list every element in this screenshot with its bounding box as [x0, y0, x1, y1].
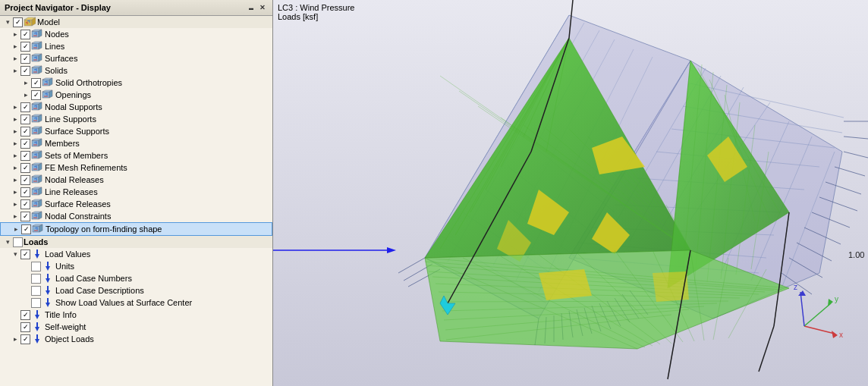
checkbox-solid-ortho[interactable] [31, 78, 41, 88]
checkbox-nodal-releases[interactable] [20, 175, 30, 185]
expand-sets-members[interactable]: ▸ [11, 151, 20, 160]
icon-surface-releases [31, 199, 43, 209]
tree-item-surface-releases[interactable]: ▸ Surface Releases [0, 198, 272, 210]
tree-item-nodes[interactable]: ▸ Nodes [0, 28, 272, 40]
checkbox-units[interactable] [31, 262, 41, 271]
viewport-3d[interactable]: LC3 : Wind Pressure Loads [ksf] [273, 0, 868, 386]
expand-nodal-releases[interactable]: ▸ [11, 175, 20, 184]
tree-item-nodal-constraints[interactable]: ▸ Nodal Constraints [0, 210, 272, 222]
label-model: Model [37, 17, 60, 27]
tree-item-line-releases[interactable]: ▸ Line Releases [0, 186, 272, 198]
svg-marker-74 [46, 266, 50, 271]
label-title-info: Title Info [45, 310, 77, 319]
expand-topology[interactable]: ▸ [11, 224, 20, 234]
expand-surface-releases[interactable]: ▸ [11, 199, 20, 209]
checkbox-lines[interactable] [20, 42, 30, 52]
expand-object-loads[interactable]: ▸ [11, 334, 20, 344]
checkbox-loads[interactable] [13, 237, 23, 247]
icon-solid-ortho [42, 77, 54, 88]
icon-openings [42, 89, 54, 100]
checkbox-show-load-values[interactable] [31, 298, 41, 308]
checkbox-nodal-constraints[interactable] [20, 212, 30, 221]
tree-item-surfaces[interactable]: ▸ Surfaces [0, 52, 272, 64]
expand-surface-supports[interactable]: ▸ [11, 127, 20, 136]
tree-item-line-supports[interactable]: ▸ Line Supports [0, 113, 272, 125]
checkbox-topology[interactable] [21, 224, 31, 234]
tree-item-load-case-numbers[interactable]: ▸ Load Case Numbers [0, 272, 272, 284]
checkbox-line-releases[interactable] [20, 187, 30, 197]
checkbox-fe-mesh[interactable] [20, 163, 30, 173]
checkbox-self-weight[interactable] [20, 322, 30, 332]
checkbox-object-loads[interactable] [20, 334, 30, 344]
expand-nodes[interactable]: ▸ [11, 30, 20, 39]
svg-marker-49 [39, 163, 42, 171]
checkbox-openings[interactable] [31, 90, 41, 100]
tree-item-solid-ortho[interactable]: ▸ Solid Orthotropies [0, 77, 272, 89]
expand-nodal-supports[interactable]: ▸ [11, 102, 20, 111]
expand-lines[interactable]: ▸ [11, 42, 20, 51]
expand-surfaces[interactable]: ▸ [11, 54, 20, 63]
expand-openings[interactable]: ▸ [21, 90, 30, 99]
checkbox-load-case-desc[interactable] [31, 286, 41, 296]
close-panel-button[interactable]: ✕ [257, 2, 268, 13]
icon-model [24, 17, 36, 27]
tree-item-nodal-supports[interactable]: ▸ Nodal Supports [0, 101, 272, 113]
label-lines: Lines [45, 42, 64, 51]
checkbox-solids[interactable] [20, 66, 30, 76]
tree-item-surface-supports[interactable]: ▸ Surface Supports [0, 125, 272, 137]
checkbox-surfaces[interactable] [20, 54, 30, 64]
expand-model[interactable]: ▾ [3, 17, 12, 27]
tree-item-object-loads[interactable]: ▸ Object Loads [0, 333, 272, 345]
checkbox-line-supports[interactable] [20, 115, 30, 124]
checkbox-members[interactable] [20, 139, 30, 149]
tree-item-topology[interactable]: ▸ Topology on form-finding shape [0, 222, 272, 236]
checkbox-nodes[interactable] [20, 30, 30, 39]
svg-rect-63 [32, 213, 39, 219]
checkbox-title-info[interactable] [20, 310, 30, 320]
tree-item-solids[interactable]: ▸ Solids [0, 64, 272, 77]
checkbox-nodal-supports[interactable] [20, 102, 30, 112]
tree-item-sets-members[interactable]: ▸ Sets of Members [0, 149, 272, 162]
expand-loads[interactable]: ▾ [3, 237, 12, 246]
pin-icon[interactable]: 🗕 [245, 2, 256, 13]
tree-item-title-info[interactable]: ▸ Title Info [0, 309, 272, 321]
tree-item-show-load-values[interactable]: ▸ Show Load Values at Surface Center [0, 297, 272, 309]
expand-solids[interactable]: ▸ [11, 66, 20, 75]
expand-nodal-constraints[interactable]: ▸ [11, 212, 20, 221]
expand-line-supports[interactable]: ▸ [11, 115, 20, 124]
tree-item-self-weight[interactable]: ▸ Self-weight [0, 321, 272, 333]
checkbox-surface-supports[interactable] [20, 127, 30, 137]
svg-rect-47 [32, 165, 39, 171]
tree-item-fe-mesh[interactable]: ▸ FE Mesh Refinements [0, 162, 272, 174]
svg-marker-25 [49, 90, 52, 98]
icon-load-values [31, 249, 43, 259]
svg-marker-57 [39, 187, 42, 195]
tree-item-model[interactable]: ▾ Model [0, 16, 272, 28]
label-solid-ortho: Solid Orthotropies [55, 78, 122, 87]
svg-marker-45 [39, 151, 42, 158]
tree-item-load-case-desc[interactable]: ▸ Load Case Descriptions [0, 284, 272, 297]
tree-container[interactable]: ▾ Model ▸ [0, 16, 272, 386]
tree-item-openings[interactable]: ▸ Openings [0, 89, 272, 101]
svg-rect-31 [32, 116, 39, 122]
tree-item-lines[interactable]: ▸ Lines [0, 40, 272, 52]
checkbox-model[interactable] [13, 17, 23, 27]
svg-marker-76 [46, 278, 50, 283]
expand-line-releases[interactable]: ▸ [11, 187, 20, 196]
expand-solid-ortho[interactable]: ▸ [21, 78, 30, 87]
checkbox-sets-members[interactable] [20, 151, 30, 161]
svg-rect-35 [32, 128, 39, 134]
tree-item-units[interactable]: ▸ Units [0, 260, 272, 272]
checkbox-surface-releases[interactable] [20, 199, 30, 209]
expand-fe-mesh[interactable]: ▸ [11, 163, 20, 172]
checkbox-load-values[interactable] [20, 249, 30, 259]
tree-item-load-values[interactable]: ▾ Load Values [0, 248, 272, 260]
tree-item-nodal-releases[interactable]: ▸ Nodal Releases [0, 174, 272, 186]
svg-marker-13 [39, 54, 42, 61]
expand-load-values[interactable]: ▾ [11, 249, 20, 259]
tree-item-loads-root[interactable]: ▾ Loads [0, 236, 272, 248]
expand-members[interactable]: ▸ [11, 139, 20, 148]
checkbox-load-case-numbers[interactable] [31, 274, 41, 284]
tree-item-members[interactable]: ▸ Members [0, 137, 272, 149]
svg-marker-84 [35, 327, 39, 331]
